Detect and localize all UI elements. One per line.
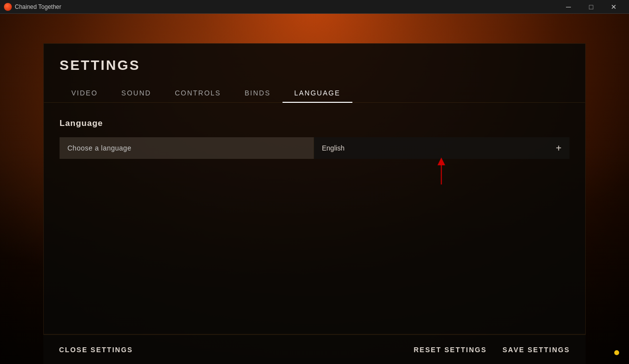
close-settings-button[interactable]: Close Settings [59, 344, 133, 356]
settings-panel: Settings Video Sound Controls Binds Lang… [43, 43, 586, 334]
language-selector[interactable]: English + [314, 137, 569, 159]
tabs-container: Video Sound Controls Binds Language [44, 84, 585, 103]
close-button[interactable]: ✕ [602, 0, 625, 14]
app-icon [4, 3, 12, 11]
language-plus-icon: + [556, 143, 562, 154]
titlebar-controls: ─ □ ✕ [557, 0, 625, 14]
titlebar: Chained Together ─ □ ✕ [0, 0, 629, 14]
titlebar-title: Chained Together [15, 3, 62, 10]
tab-sound[interactable]: Sound [110, 84, 163, 103]
language-current-value: English [322, 144, 345, 152]
minimize-button[interactable]: ─ [557, 0, 580, 14]
settings-title: Settings [60, 58, 569, 73]
bottom-bar: Close Settings Reset Settings Save Setti… [43, 334, 586, 364]
tab-binds[interactable]: Binds [233, 84, 283, 103]
settings-header: Settings [44, 44, 585, 73]
titlebar-left: Chained Together [4, 3, 62, 11]
language-label: Choose a language [60, 137, 314, 159]
reset-settings-button[interactable]: Reset Settings [413, 344, 487, 356]
settings-content: Language Choose a language English + [44, 103, 585, 334]
language-section-heading: Language [60, 119, 569, 128]
tab-controls[interactable]: Controls [163, 84, 233, 103]
tab-language[interactable]: Language [283, 84, 352, 103]
save-settings-button[interactable]: Save Settings [503, 344, 570, 356]
tab-video[interactable]: Video [60, 84, 110, 103]
language-row: Choose a language English + [60, 137, 569, 159]
status-indicator-dot [614, 350, 619, 355]
maximize-button[interactable]: □ [580, 0, 602, 14]
bottom-right-buttons: Reset Settings Save Settings [413, 344, 570, 356]
